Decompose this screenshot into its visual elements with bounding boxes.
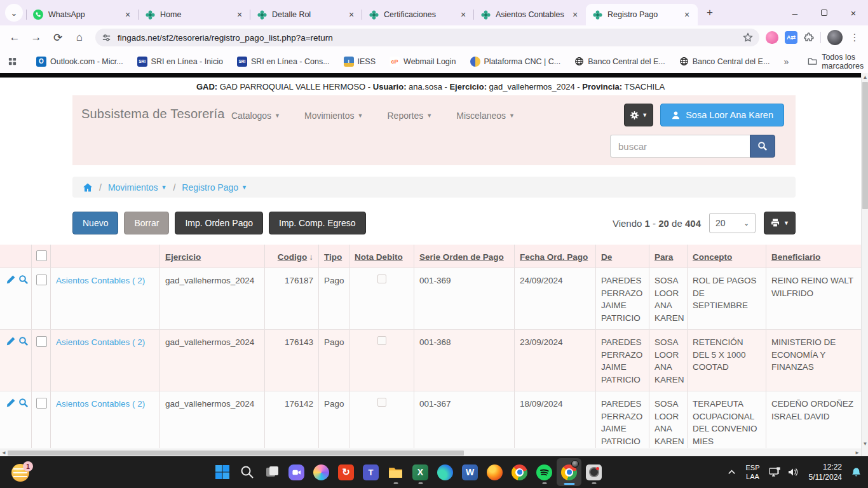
edit-icon[interactable] (6, 336, 16, 391)
header-ejercicio[interactable]: Ejercicio (160, 245, 265, 268)
translate-icon[interactable]: A⇄ (785, 31, 797, 44)
extensions-puzzle-icon[interactable] (804, 32, 814, 43)
bookmark-outlook[interactable]: OOutlook.com - Micr... (36, 57, 123, 67)
start-button[interactable] (210, 458, 234, 486)
apps-grid-icon[interactable] (8, 57, 17, 66)
imp-comp-egreso-button[interactable]: Imp. Comp. Egreso (269, 212, 366, 234)
menu-movimientos[interactable]: Movimientos▼ (304, 111, 363, 121)
breadcrumb-movimientos[interactable]: Movimientos▼ (108, 182, 167, 193)
scroll-up-arrow[interactable]: ▲ (862, 73, 868, 81)
menu-miscelaneos[interactable]: Miscelaneos▼ (456, 111, 515, 121)
profile-avatar[interactable] (827, 30, 843, 45)
borrar-button[interactable]: Borrar (124, 212, 169, 234)
tray-chevron-up-icon[interactable] (727, 468, 736, 477)
header-beneficiario[interactable]: Beneficiario (766, 245, 861, 268)
imp-orden-pago-button[interactable]: Imp. Orden Pago (175, 212, 263, 234)
notifications-bell-icon[interactable] (851, 467, 862, 478)
search-input[interactable] (610, 135, 750, 158)
tab-registro-pago[interactable]: Registro Pago × (586, 4, 698, 25)
breadcrumb-registro-pago[interactable]: Registro Pago▼ (182, 182, 247, 193)
teams-icon[interactable]: T (358, 458, 383, 486)
row-checkbox[interactable] (36, 336, 47, 347)
tab-home[interactable]: Home × (139, 4, 250, 25)
header-serie-orden-pago[interactable]: Serie Orden de Pago (414, 245, 515, 268)
new-tab-button[interactable]: + (702, 4, 718, 21)
view-icon[interactable] (18, 398, 29, 448)
reload-button[interactable]: ⟳ (48, 28, 67, 47)
extension-pink-icon[interactable] (766, 31, 778, 44)
edge-icon[interactable] (433, 458, 458, 486)
bookmark-banco-central-2[interactable]: Banco Central del E... (679, 57, 770, 66)
word-icon[interactable]: W (458, 458, 482, 486)
tab-whatsapp[interactable]: WhatsApp × (27, 4, 139, 25)
url-text[interactable]: fingads.net/sf2/tesoreria/registro_pago_… (118, 33, 743, 43)
settings-button[interactable]: ▼ (624, 104, 653, 126)
page-size-select[interactable]: 20⌄ (709, 213, 756, 233)
close-window-button[interactable]: × (839, 0, 868, 25)
asientos-contables-link[interactable]: Asientos Contables ( 2) (56, 276, 145, 285)
close-icon[interactable]: × (681, 9, 693, 20)
minimize-button[interactable]: – (780, 0, 810, 25)
language-indicator[interactable]: ESPLAA (745, 463, 759, 482)
bookmark-sri-inicio[interactable]: SRISRI en Línea - Inicio (137, 57, 223, 67)
bookmarks-overflow-button[interactable]: » (783, 57, 789, 67)
print-button[interactable]: ▼ (764, 212, 796, 234)
scroll-down-arrow[interactable]: ▼ (862, 440, 868, 448)
edit-icon[interactable] (6, 274, 16, 329)
search-button[interactable] (750, 135, 775, 158)
nitro-pdf-icon[interactable]: ↻ (334, 458, 358, 486)
row-checkbox[interactable] (36, 398, 47, 409)
view-icon[interactable] (18, 274, 29, 329)
chrome-icon[interactable] (507, 458, 532, 486)
user-button[interactable]: Sosa Loor Ana Karen (660, 104, 784, 126)
browser-menu-icon[interactable]: ⋮ (849, 32, 860, 43)
file-explorer-icon[interactable] (383, 458, 408, 486)
edit-icon[interactable] (6, 398, 16, 448)
vertical-scroll-thumb[interactable] (862, 82, 868, 209)
header-para[interactable]: Para (649, 245, 688, 268)
bookmark-star-icon[interactable] (743, 32, 753, 43)
firefox-icon[interactable] (482, 458, 507, 486)
close-icon[interactable]: × (234, 9, 245, 20)
view-icon[interactable] (18, 336, 29, 391)
select-all-checkbox[interactable] (36, 250, 47, 261)
header-tipo[interactable]: Tipo (319, 245, 349, 268)
close-icon[interactable]: × (122, 9, 133, 20)
nuevo-button[interactable]: Nuevo (72, 212, 118, 234)
maximize-button[interactable] (810, 0, 839, 25)
home-icon[interactable] (83, 182, 93, 193)
bookmark-iess[interactable]: IIESS (344, 57, 376, 67)
bookmark-webmail[interactable]: cPWebmail Login (390, 57, 456, 67)
tab-certificaciones[interactable]: Certificaciones × (362, 4, 474, 25)
header-de[interactable]: De (596, 245, 649, 268)
bookmark-sri-consultas[interactable]: SRISRI en Línea - Cons... (237, 57, 330, 67)
menu-catalogos[interactable]: Catalogos▼ (231, 111, 280, 121)
copilot-icon[interactable] (309, 458, 334, 486)
row-checkbox[interactable] (36, 274, 47, 285)
back-button[interactable]: ← (5, 28, 24, 47)
excel-icon[interactable]: X (408, 458, 433, 486)
bookmark-banco-central-1[interactable]: Banco Central del E... (574, 57, 665, 66)
horizontal-scrollbar[interactable]: ◄ ► (0, 449, 861, 456)
address-bar[interactable]: fingads.net/sf2/tesoreria/registro_pago_… (95, 29, 759, 46)
vertical-scrollbar[interactable]: ▲ ▼ (861, 73, 868, 456)
task-view-button[interactable] (259, 458, 284, 486)
chat-icon[interactable] (284, 458, 309, 486)
volume-icon[interactable] (787, 467, 800, 477)
header-nota-debito[interactable]: Nota Debito (349, 245, 414, 268)
asientos-contables-link[interactable]: Asientos Contables ( 2) (56, 399, 145, 409)
tab-detalle-rol[interactable]: Detalle Rol × (250, 4, 362, 25)
tab-asientos-contables[interactable]: Asientos Contables × (474, 4, 586, 25)
taskbar-search-button[interactable] (234, 458, 259, 486)
network-icon[interactable] (769, 467, 782, 477)
close-icon[interactable]: × (346, 9, 357, 20)
close-icon[interactable]: × (458, 9, 469, 20)
screenshot-tool-icon[interactable] (581, 458, 606, 486)
header-concepto[interactable]: Concepto (688, 245, 766, 268)
spotify-icon[interactable] (532, 458, 557, 486)
chrome-active-icon[interactable] (557, 458, 581, 486)
tab-search-button[interactable]: ⌄ (5, 4, 23, 22)
bookmark-cnc[interactable]: Plataforma CNC | C... (470, 57, 561, 67)
widgets-button[interactable]: 1 (11, 461, 33, 483)
all-bookmarks-button[interactable]: Todos los marcadores (808, 53, 864, 71)
